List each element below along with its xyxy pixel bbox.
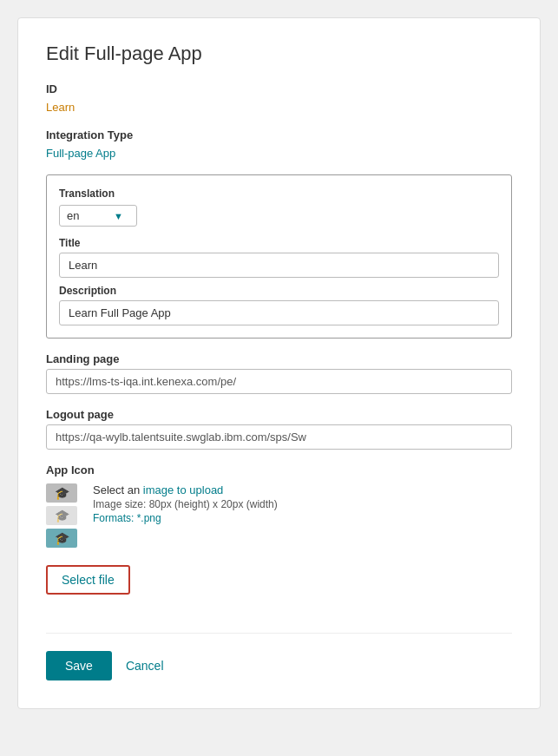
icon-item-3: 🎓 <box>46 529 77 548</box>
id-value[interactable]: Learn <box>46 101 75 114</box>
logout-page-section: Logout page <box>46 408 512 450</box>
integration-type-value[interactable]: Full-page App <box>46 147 115 160</box>
id-section: ID Learn <box>46 82 512 115</box>
icon-preview: 🎓 🎓 🎓 <box>46 483 81 548</box>
image-upload-link[interactable]: image to upload <box>143 483 224 496</box>
title-input[interactable] <box>59 253 499 278</box>
landing-page-label: Landing page <box>46 352 512 365</box>
translation-box: Translation en fr de es ▼ Title Descript… <box>46 174 512 339</box>
page-title: Edit Full-page App <box>46 43 512 65</box>
translation-select-wrapper[interactable]: en fr de es ▼ <box>59 205 137 227</box>
translation-select[interactable]: en fr de es <box>67 209 110 222</box>
app-icon-content: 🎓 🎓 🎓 Select an image to upload Image si… <box>46 483 512 548</box>
app-icon-label: App Icon <box>46 463 512 477</box>
formats-text: Formats: *.png <box>93 512 278 524</box>
description-label: Description <box>59 285 499 297</box>
id-label: ID <box>46 82 512 95</box>
title-label: Title <box>59 237 499 249</box>
integration-type-section: Integration Type Full-page App <box>46 128 512 161</box>
integration-type-label: Integration Type <box>46 128 512 141</box>
image-size-text: Image size: 80px (height) x 20px (width) <box>93 498 278 510</box>
description-input[interactable] <box>59 300 499 325</box>
icon-item-2: 🎓 <box>46 506 77 525</box>
landing-page-section: Landing page <box>46 352 512 394</box>
cancel-button[interactable]: Cancel <box>126 659 164 673</box>
icon-text-content: Select an image to upload Image size: 80… <box>93 483 278 524</box>
landing-page-input[interactable] <box>46 369 512 394</box>
divider <box>46 633 512 634</box>
chevron-down-icon: ▼ <box>114 211 123 221</box>
logout-page-input[interactable] <box>46 424 512 450</box>
logout-page-label: Logout page <box>46 408 512 421</box>
icon-upload-text: Select an image to upload <box>93 483 278 496</box>
save-button[interactable]: Save <box>46 651 112 680</box>
edit-app-form: Edit Full-page App ID Learn Integration … <box>17 17 541 709</box>
action-buttons: Save Cancel <box>46 651 512 680</box>
app-icon-section: App Icon 🎓 🎓 🎓 Select an image to upload… <box>46 463 512 548</box>
select-file-button[interactable]: Select file <box>46 565 130 595</box>
translation-label: Translation <box>59 187 499 200</box>
icon-item-1: 🎓 <box>46 483 77 503</box>
